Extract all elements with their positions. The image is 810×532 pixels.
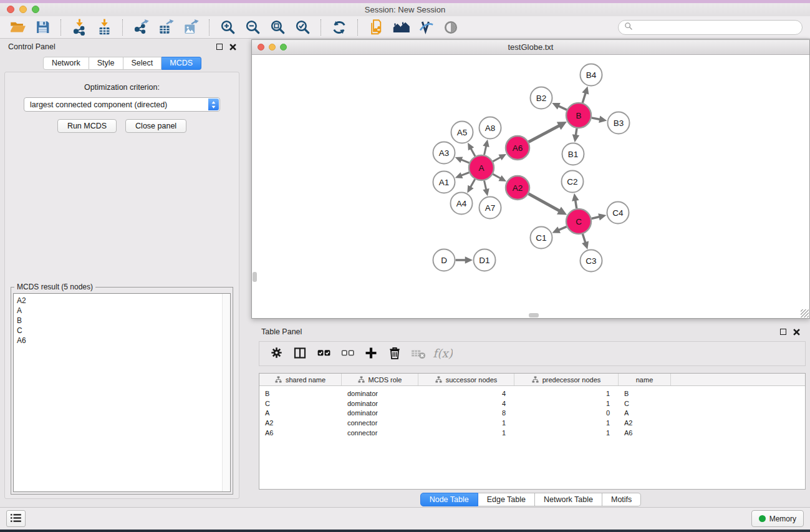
delete-table-button[interactable] — [407, 344, 430, 364]
network-file-button[interactable] — [365, 18, 387, 37]
app-titlebar[interactable]: Session: New Session — [0, 3, 810, 16]
deselect-all-button[interactable] — [335, 344, 359, 364]
graph-node-C1[interactable]: C1 — [531, 227, 552, 249]
graph-node-A6[interactable]: A6 — [506, 136, 529, 160]
graph-node-A4[interactable]: A4 — [451, 193, 473, 215]
mcds-result-item[interactable]: C — [17, 326, 230, 336]
network-window-titlebar[interactable]: testGlobe.txt — [252, 40, 809, 55]
graph-edge-A-A6[interactable] — [493, 154, 506, 162]
network-close-button[interactable] — [258, 44, 264, 51]
memory-button[interactable]: Memory — [751, 510, 804, 527]
graph-node-B2[interactable]: B2 — [531, 87, 552, 109]
graph-node-A1[interactable]: A1 — [433, 172, 455, 193]
float-table-panel-icon[interactable] — [780, 329, 786, 335]
trash-button[interactable] — [383, 344, 407, 364]
graph-node-B[interactable]: B — [566, 103, 591, 128]
tab-style[interactable]: Style — [89, 57, 123, 70]
vertical-scrollbar-thumb[interactable] — [253, 272, 257, 282]
graph-node-C2[interactable]: C2 — [562, 171, 584, 193]
search-box[interactable] — [618, 20, 803, 35]
zoom-in-button[interactable] — [216, 18, 239, 37]
graph-node-A[interactable]: A — [469, 155, 494, 180]
zoom-out-button[interactable] — [241, 18, 264, 37]
mcds-result-list[interactable]: A2ABCA6 — [13, 293, 231, 492]
mcds-result-item[interactable]: B — [17, 316, 230, 326]
save-button[interactable] — [31, 18, 54, 37]
zoom-fit-button[interactable] — [266, 18, 289, 37]
graph-edge-A-A1[interactable] — [455, 172, 470, 178]
graph-edge-B-B1[interactable] — [572, 128, 579, 142]
graph-edge-C-C4[interactable] — [591, 213, 606, 220]
resize-grip[interactable] — [801, 309, 809, 317]
graph-edge-B-B4[interactable] — [582, 86, 589, 103]
network-view-window[interactable]: testGlobe.txt AA1A2A3A4A5A6A7A8BB1B2B3B4… — [251, 39, 810, 319]
export-table-button[interactable] — [155, 18, 177, 37]
open-folder-button[interactable] — [6, 18, 29, 37]
mcds-result-item[interactable]: A — [17, 306, 230, 316]
gear-button[interactable] — [264, 344, 288, 364]
close-table-panel-icon[interactable] — [793, 329, 800, 336]
graph-node-B4[interactable]: B4 — [581, 64, 602, 86]
import-network-button[interactable] — [68, 18, 90, 37]
refresh-button[interactable] — [328, 18, 350, 37]
table-row[interactable]: A2connector11A2 — [259, 418, 805, 428]
export-image-button[interactable] — [180, 18, 202, 37]
mcds-result-item[interactable]: A6 — [17, 336, 230, 346]
table-row[interactable]: A6connector11A6 — [259, 428, 805, 438]
graph-edge-A-A5[interactable] — [468, 143, 475, 157]
close-panel-button[interactable]: Close panel — [125, 119, 186, 133]
tab-node-table[interactable]: Node Table — [420, 493, 478, 506]
run-mcds-button[interactable]: Run MCDS — [57, 119, 117, 133]
column-header-mcds-role[interactable]: MCDS role — [342, 374, 418, 385]
graph-node-A8[interactable]: A8 — [480, 117, 501, 139]
tab-motifs[interactable]: Motifs — [602, 493, 641, 506]
zoom-window-button[interactable] — [32, 6, 39, 13]
graph-node-A2[interactable]: A2 — [506, 176, 529, 200]
table-row[interactable]: Bdominator41B — [259, 389, 805, 399]
tab-network[interactable]: Network — [43, 57, 89, 70]
graph-edge-A-A8[interactable] — [483, 140, 489, 155]
graph-node-A7[interactable]: A7 — [480, 197, 501, 219]
graph-edge-D-D1[interactable] — [456, 256, 473, 264]
tab-edge-table[interactable]: Edge Table — [478, 493, 535, 506]
eye-button[interactable] — [440, 18, 462, 37]
graph-edge-A-A3[interactable] — [455, 157, 470, 163]
graph-node-C[interactable]: C — [566, 209, 591, 234]
criterion-dropdown[interactable]: largest connected component (directed) — [24, 97, 220, 112]
tab-select[interactable]: Select — [123, 57, 162, 70]
column-header-predecessor-nodes[interactable]: predecessor nodes — [514, 374, 619, 385]
graph-node-C4[interactable]: C4 — [607, 202, 629, 224]
table-row[interactable]: Adominator80A — [259, 409, 805, 418]
close-panel-icon[interactable] — [229, 44, 236, 51]
column-header-shared-name[interactable]: shared name — [259, 374, 342, 385]
search-input[interactable] — [636, 23, 796, 32]
close-window-button[interactable] — [7, 6, 14, 13]
graph-edge-A2-C[interactable] — [529, 194, 567, 215]
tab-network-table[interactable]: Network Table — [535, 493, 602, 506]
graph-edge-B-B2[interactable] — [552, 103, 567, 110]
home-button[interactable] — [390, 18, 412, 37]
fx-button[interactable]: f(x) — [430, 344, 454, 364]
graph-node-A5[interactable]: A5 — [451, 122, 473, 143]
select-all-button[interactable] — [312, 344, 335, 364]
graph-node-D[interactable]: D — [433, 249, 455, 271]
graph-edge-C-C3[interactable] — [582, 234, 589, 249]
graph-edge-A6-B[interactable] — [529, 122, 567, 142]
float-panel-icon[interactable] — [216, 44, 223, 50]
network-zoom-button[interactable] — [280, 44, 287, 51]
column-header-successor-nodes[interactable]: successor nodes — [418, 374, 514, 385]
network-canvas[interactable]: AA1A2A3A4A5A6A7A8BB1B2B3B4CC1C2C3C4DD1 — [252, 55, 809, 318]
add-button[interactable] — [359, 344, 383, 364]
column-header-name[interactable]: name — [619, 374, 671, 385]
minimize-window-button[interactable] — [19, 6, 27, 13]
horizontal-scrollbar-thumb[interactable] — [529, 313, 539, 317]
table-row[interactable]: Cdominator41C — [259, 399, 805, 409]
split-panel-button[interactable] — [288, 344, 312, 364]
graph-node-B3[interactable]: B3 — [608, 112, 630, 134]
network-minimize-button[interactable] — [269, 44, 276, 51]
mcds-result-item[interactable]: A2 — [17, 296, 230, 306]
tab-mcds[interactable]: MCDS — [162, 57, 201, 70]
graph-node-D1[interactable]: D1 — [474, 249, 496, 271]
graph-edge-A-A7[interactable] — [483, 181, 489, 196]
graph-edge-B-B3[interactable] — [592, 116, 607, 123]
